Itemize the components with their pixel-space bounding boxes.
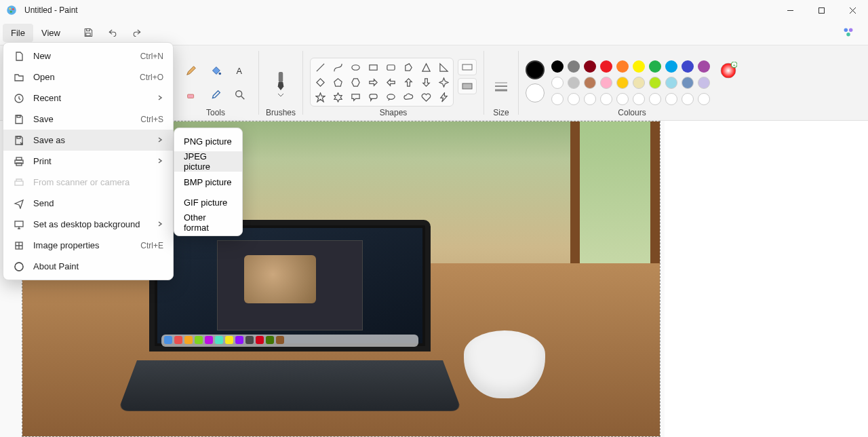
colour-swatch-empty[interactable]: [584, 93, 596, 105]
shape-polygon-icon[interactable]: [401, 61, 415, 73]
shape-roundrect-icon[interactable]: [384, 61, 397, 73]
shape-cloud-icon[interactable]: [401, 91, 415, 103]
svg-point-10: [844, 28, 848, 33]
shape-callout-rect-icon[interactable]: [349, 91, 362, 103]
shape-hexagon-icon[interactable]: [349, 76, 362, 88]
saveas-item-other-format[interactable]: Other format: [174, 212, 242, 233]
shape-arrow-r-icon[interactable]: [366, 76, 380, 88]
maximize-button[interactable]: [806, 0, 837, 20]
svg-marker-38: [440, 92, 446, 101]
shape-star5-icon[interactable]: [313, 91, 327, 103]
window-title: Untitled - Paint: [24, 5, 78, 15]
shape-star4-icon[interactable]: [437, 76, 450, 88]
colour-swatch[interactable]: [682, 77, 694, 89]
file-menu-item-set-as-desktop-background[interactable]: Set as desktop background: [3, 214, 173, 235]
primary-colour-swatch[interactable]: [526, 60, 545, 79]
file-menu-item-from-scanner-or-camera: From scanner or camera: [3, 172, 173, 193]
colour-swatch-empty[interactable]: [698, 93, 710, 105]
shape-arrow-u-icon[interactable]: [401, 76, 415, 88]
shape-arrow-l-icon[interactable]: [384, 76, 397, 88]
colour-swatch[interactable]: [633, 60, 645, 73]
file-menu-item-save-as[interactable]: Save as: [3, 130, 173, 151]
qa-save-button[interactable]: [77, 22, 100, 43]
shape-lightning-icon[interactable]: [437, 91, 450, 103]
menu-view[interactable]: View: [33, 24, 68, 42]
color-picker-tool[interactable]: [204, 83, 227, 107]
text-tool[interactable]: A: [229, 59, 252, 82]
pencil-tool[interactable]: [180, 59, 203, 82]
colour-swatch-empty[interactable]: [551, 93, 564, 105]
colour-swatch-empty[interactable]: [633, 93, 645, 105]
shape-diamond-icon[interactable]: [313, 76, 327, 88]
minimize-button[interactable]: [774, 0, 806, 20]
file-menu-item-save[interactable]: SaveCtrl+S: [3, 109, 173, 130]
copilot-icon[interactable]: [841, 25, 856, 40]
file-menu-item-image-properties[interactable]: Image propertiesCtrl+E: [3, 235, 173, 256]
colour-swatch-empty[interactable]: [649, 93, 661, 105]
shape-oval-icon[interactable]: [349, 61, 362, 73]
shapes-gallery[interactable]: [310, 58, 454, 107]
shape-fill-button[interactable]: [458, 78, 477, 94]
colour-swatch-empty[interactable]: [568, 93, 580, 105]
saveas-item-jpeg-picture[interactable]: JPEG picture: [174, 151, 242, 172]
colour-swatch[interactable]: [568, 60, 580, 73]
shape-triangle-icon[interactable]: [419, 61, 433, 73]
colour-swatch[interactable]: [600, 60, 612, 73]
file-menu-item-open[interactable]: OpenCtrl+O: [3, 66, 173, 88]
edit-colours-button[interactable]: +: [718, 60, 738, 81]
colour-swatch[interactable]: [665, 77, 677, 89]
saveas-item-gif-picture[interactable]: GIF picture: [174, 192, 242, 212]
menu-file[interactable]: File: [3, 24, 33, 42]
shape-curve-icon[interactable]: [331, 61, 344, 73]
eraser-tool[interactable]: [180, 83, 203, 107]
shape-right-tri-icon[interactable]: [437, 61, 450, 73]
qa-redo-button[interactable]: [125, 22, 149, 43]
magnifier-tool[interactable]: [229, 83, 252, 107]
colour-swatch[interactable]: [551, 60, 564, 73]
shape-pentagon-icon[interactable]: [331, 76, 344, 88]
file-menu-item-send[interactable]: Send: [3, 193, 173, 214]
shape-arrow-d-icon[interactable]: [419, 76, 433, 88]
colour-swatch[interactable]: [665, 60, 677, 73]
shape-star6-icon[interactable]: [331, 91, 344, 103]
shape-outline-button[interactable]: [458, 59, 477, 75]
colour-swatch[interactable]: [600, 77, 612, 89]
qa-undo-button[interactable]: [101, 22, 124, 43]
file-menu-item-print[interactable]: Print: [3, 151, 173, 172]
colour-swatch-empty[interactable]: [616, 93, 629, 105]
chevron-right-icon: [157, 93, 163, 103]
colour-swatch-empty[interactable]: [600, 93, 612, 105]
file-menu-item-new[interactable]: NewCtrl+N: [3, 45, 173, 66]
shape-callout-oval-icon[interactable]: [384, 91, 397, 103]
colour-swatch[interactable]: [633, 77, 645, 89]
secondary-colour-swatch[interactable]: [526, 83, 545, 102]
size-button[interactable]: [491, 67, 511, 107]
colour-swatch[interactable]: [551, 77, 564, 89]
svg-point-13: [219, 73, 222, 75]
file-menu-item-recent[interactable]: Recent: [3, 88, 173, 109]
saveas-item-png-picture[interactable]: PNG picture: [174, 131, 242, 151]
colour-swatch[interactable]: [698, 60, 710, 73]
colour-swatch[interactable]: [616, 60, 629, 73]
colour-swatch[interactable]: [649, 60, 661, 73]
file-menu-item-about-paint[interactable]: About Paint: [3, 256, 173, 277]
colour-swatch[interactable]: [568, 77, 580, 89]
ribbon-tools-section: A Tools: [173, 45, 258, 120]
saveas-item-bmp-picture[interactable]: BMP picture: [174, 172, 242, 192]
colour-swatch[interactable]: [584, 77, 596, 89]
fill-tool[interactable]: [204, 59, 227, 82]
colour-swatch[interactable]: [698, 77, 710, 89]
colour-swatch[interactable]: [584, 60, 596, 73]
colour-swatch-empty[interactable]: [665, 93, 677, 105]
shape-rect-icon[interactable]: [366, 61, 380, 73]
colour-swatch-empty[interactable]: [682, 93, 694, 105]
brushes-button[interactable]: [267, 60, 294, 107]
saveas-item-label: Other format: [184, 212, 233, 233]
colour-swatch[interactable]: [616, 77, 629, 89]
close-button[interactable]: [837, 0, 868, 20]
shape-callout-round-icon[interactable]: [366, 91, 380, 103]
colour-swatch[interactable]: [649, 77, 661, 89]
colour-swatch[interactable]: [682, 60, 694, 73]
shape-heart-icon[interactable]: [419, 91, 433, 103]
shape-line-icon[interactable]: [313, 61, 327, 73]
